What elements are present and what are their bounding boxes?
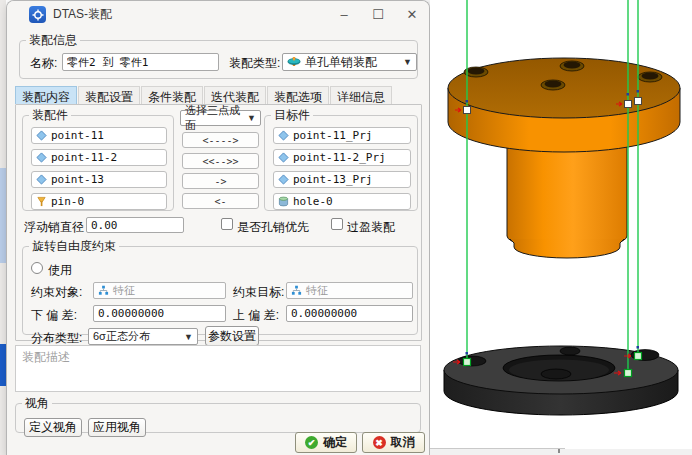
constraint-object-input[interactable]: 特征 xyxy=(93,282,226,299)
cancel-button[interactable]: ✖ 取消 xyxy=(362,432,425,453)
assembly-name-input[interactable] xyxy=(62,53,219,71)
floating-pin-diameter-input[interactable] xyxy=(86,217,184,233)
list-item[interactable]: point-13_Prj xyxy=(273,171,411,188)
apply-view-button[interactable]: 应用视角 xyxy=(88,418,146,437)
constraint-object-label: 约束对象: xyxy=(31,284,82,301)
transfer-left-button[interactable]: <- xyxy=(182,193,259,209)
point-icon xyxy=(36,174,47,185)
distribution-type-select[interactable]: 6σ正态分布 ▼ xyxy=(88,328,198,345)
close-button[interactable]: ✕ xyxy=(395,1,429,28)
chevron-down-icon: ▼ xyxy=(247,113,256,123)
feature-icon xyxy=(98,285,109,296)
3d-viewport[interactable] xyxy=(430,0,692,455)
hole-icon xyxy=(278,196,289,207)
tab-iterative-assembly[interactable]: 迭代装配 xyxy=(204,86,266,104)
orange-part[interactable] xyxy=(448,58,680,258)
title-bar[interactable]: DTAS-装配 – ☐ ✕ xyxy=(7,1,429,28)
tab-bar: 装配内容 装配设置 条件装配 迭代装配 装配选项 详细信息 xyxy=(15,86,393,104)
hole-pin-priority-checkbox[interactable] xyxy=(221,218,233,230)
point-icon xyxy=(278,174,289,185)
black-ring-part[interactable] xyxy=(444,346,678,415)
three-point-face-select[interactable]: 选择三点成面 ▼ xyxy=(180,110,261,126)
name-label: 名称: xyxy=(30,55,57,72)
dtas-assembly-dialog: DTAS-装配 – ☐ ✕ 装配信息 名称: 装配类型: 单孔单销装配 xyxy=(6,0,430,455)
minimize-button[interactable]: – xyxy=(327,1,361,28)
assembly-content-panel: 装配件 point-11 point-11-2 xyxy=(15,104,422,341)
app-icon xyxy=(29,6,46,23)
viewport-bottom-strip xyxy=(430,449,692,455)
screen: DTAS-装配 – ☐ ✕ 装配信息 名称: 装配类型: 单孔单销装配 xyxy=(0,0,692,455)
assembly-part-group: 装配件 point-11 point-11-2 xyxy=(22,107,174,211)
upper-deviation-label: 上 偏 差: xyxy=(233,307,279,324)
maximize-button[interactable]: ☐ xyxy=(361,1,395,28)
constraint-target-label: 约束目标: xyxy=(233,284,284,301)
cancel-x-icon: ✖ xyxy=(373,436,386,449)
feature-icon xyxy=(291,285,302,296)
list-item[interactable]: hole-0 xyxy=(273,193,411,210)
list-item[interactable]: point-11_Prj xyxy=(273,127,411,144)
rotation-dof-group: 旋转自由度约束 使用 约束对象: 特征 约束目标: xyxy=(22,238,418,335)
list-item[interactable]: pin-0 xyxy=(31,193,167,210)
assembly-type-label: 装配类型: xyxy=(229,55,280,72)
assembly-type-select[interactable]: 单孔单销装配 ▼ xyxy=(282,53,417,71)
list-item[interactable]: point-13 xyxy=(31,171,167,188)
tab-detail-info[interactable]: 详细信息 xyxy=(330,86,392,104)
transfer-swap-all-button[interactable]: <----> xyxy=(182,132,259,148)
list-item[interactable]: point-11-2_Prj xyxy=(273,149,411,166)
lower-deviation-input[interactable] xyxy=(93,305,226,322)
list-item[interactable]: point-11 xyxy=(31,127,167,144)
tab-conditional-assembly[interactable]: 条件装配 xyxy=(141,86,203,104)
chevron-down-icon: ▼ xyxy=(403,57,412,67)
view-group: 视角 定义视角 应用视角 xyxy=(15,395,421,433)
view-legend: 视角 xyxy=(22,395,52,412)
ok-check-icon: ✔ xyxy=(305,436,318,449)
point-icon xyxy=(278,130,289,141)
interference-fit-checkbox[interactable] xyxy=(331,218,343,230)
3d-model-scene xyxy=(430,0,692,455)
hole-pin-priority-label: 是否孔销优先 xyxy=(237,219,309,236)
parameter-settings-button[interactable]: 参数设置 xyxy=(205,326,259,346)
assembly-description-textarea[interactable] xyxy=(15,345,421,392)
point-icon xyxy=(278,152,289,163)
assembly-info-legend: 装配信息 xyxy=(26,32,80,49)
floating-pin-diameter-label: 浮动销直径 xyxy=(24,219,84,236)
window-title: DTAS-装配 xyxy=(53,6,112,23)
list-item[interactable]: point-11-2 xyxy=(31,149,167,166)
lower-deviation-label: 下 偏 差: xyxy=(31,307,77,324)
pin-icon xyxy=(36,196,47,207)
point-icon xyxy=(36,152,47,163)
assembly-type-icon xyxy=(287,56,301,68)
target-part-group: 目标件 point-11_Prj point-11-2_Prj xyxy=(264,107,418,211)
point-icon xyxy=(36,130,47,141)
ok-button[interactable]: ✔ 确定 xyxy=(295,432,357,453)
upper-deviation-input[interactable] xyxy=(286,305,413,322)
use-radio-label: 使用 xyxy=(48,262,72,279)
transfer-swap-button[interactable]: <<-->> xyxy=(182,153,259,169)
feature-placeholder: 特征 xyxy=(113,283,135,298)
chevron-down-icon: ▼ xyxy=(184,332,193,342)
tab-assembly-options[interactable]: 装配选项 xyxy=(267,86,329,104)
tab-assembly-content[interactable]: 装配内容 xyxy=(15,86,77,104)
assembly-type-value: 单孔单销装配 xyxy=(305,54,377,71)
interference-fit-label: 过盈装配 xyxy=(347,219,395,236)
target-part-legend: 目标件 xyxy=(271,107,313,124)
define-view-button[interactable]: 定义视角 xyxy=(24,418,82,437)
feature-placeholder: 特征 xyxy=(306,283,328,298)
assembly-info-group: 装配信息 名称: 装配类型: 单孔单销装配 ▼ xyxy=(19,32,418,79)
rotation-dof-legend: 旋转自由度约束 xyxy=(29,238,119,255)
constraint-target-input[interactable]: 特征 xyxy=(286,282,413,299)
transfer-right-button[interactable]: -> xyxy=(182,173,259,189)
assembly-part-legend: 装配件 xyxy=(29,107,71,124)
use-radio[interactable] xyxy=(31,262,43,274)
tab-assembly-settings[interactable]: 装配设置 xyxy=(78,86,140,104)
